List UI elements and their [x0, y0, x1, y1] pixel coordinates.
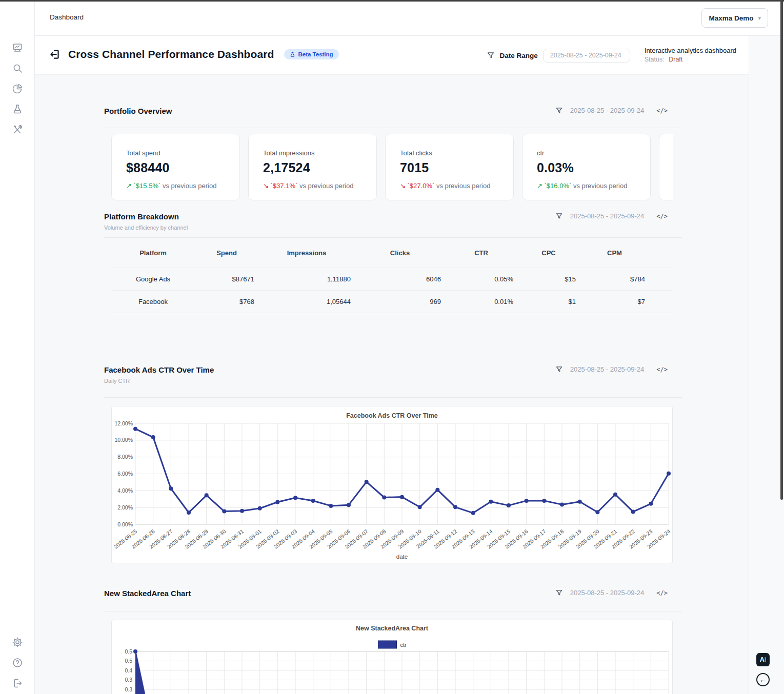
code-icon[interactable]: </> — [656, 213, 668, 220]
filter-funnel-icon[interactable] — [555, 107, 563, 114]
svg-text:New StackedArea Chart: New StackedArea Chart — [356, 625, 429, 632]
kpi-value: $88440 — [126, 160, 228, 175]
svg-text:6.00%: 6.00% — [117, 471, 133, 477]
cell-ctr: 0.05% — [445, 268, 517, 291]
section-title: Portfolio Overview — [104, 107, 172, 115]
dashboard-board-icon[interactable] — [12, 42, 23, 53]
trend-up-arrow-icon: ↗ — [126, 182, 132, 190]
trend-down-arrow-icon: ↘ — [263, 182, 269, 190]
filter-funnel-icon[interactable] — [555, 212, 563, 220]
section-date-range: 2025-08-25 - 2025-09-24 — [570, 107, 645, 114]
cell-cpc: $15 — [517, 268, 580, 291]
kpi-trend-suffix: vs previous period — [434, 182, 490, 190]
flask-icon[interactable] — [12, 104, 23, 115]
ctr-line-chart: Facebook Ads CTR Over Time0.00%2.00%4.00… — [111, 406, 673, 563]
workspace-selector-label: Maxma Demo — [709, 14, 753, 22]
workspace-selector[interactable]: Maxma Demo ▾ — [701, 8, 768, 28]
column-header: CPC — [517, 238, 580, 268]
date-range-input[interactable] — [543, 49, 630, 63]
code-icon[interactable]: </> — [656, 107, 668, 114]
cell-ctr: 0.01% — [445, 291, 517, 313]
kpi-value: 7015 — [400, 160, 502, 175]
dashboard-description: Interactive analytics dashboard — [645, 47, 736, 55]
filter-funnel-icon[interactable] — [487, 51, 495, 59]
kpi-label: Total clicks — [400, 149, 502, 157]
svg-text:Facebook Ads CTR Over Time: Facebook Ads CTR Over Time — [346, 412, 438, 419]
svg-text:8.00%: 8.00% — [117, 454, 133, 460]
section-subtitle: Daily CTR — [104, 378, 214, 384]
table-row-google-ads: Google Ads $87671 1,11880 6046 0.05% $15… — [111, 268, 673, 291]
stacked-area-chart: New StackedArea Chartctr0.50.50.40.30.3 — [111, 620, 673, 694]
cell-clicks: 969 — [355, 291, 445, 313]
ai-assistant-button[interactable]: Ai — [756, 653, 770, 666]
date-range-label: Date Range — [500, 52, 538, 59]
exit-dashboard-icon[interactable] — [49, 48, 61, 60]
svg-text:date: date — [396, 554, 408, 560]
column-header: Impressions — [258, 238, 355, 268]
section-ctr-chart-header: Facebook Ads CTR Over Time Daily CTR 202… — [104, 365, 682, 398]
svg-text:2.00%: 2.00% — [117, 504, 133, 511]
cell-cpm: $7 — [580, 291, 649, 313]
search-icon[interactable] — [12, 63, 23, 74]
dashboard-content: Portfolio Overview 2025-08-25 - 2025-09-… — [35, 75, 749, 694]
chevron-down-icon: ▾ — [758, 15, 761, 22]
section-date-range: 2025-08-25 - 2025-09-24 — [570, 589, 645, 597]
svg-text:0.3: 0.3 — [125, 677, 132, 683]
kpi-trend-suffix: vs previous period — [571, 182, 627, 190]
svg-text:0.4: 0.4 — [125, 667, 132, 673]
filter-funnel-icon[interactable] — [555, 365, 563, 373]
filter-funnel-icon[interactable] — [555, 589, 563, 597]
settings-gear-icon[interactable] — [12, 637, 23, 648]
kpi-card-total-spend: Total spend $88440 ↗ `$15.5%` vs previou… — [111, 134, 240, 200]
breadcrumb[interactable]: Dashboard — [50, 13, 84, 21]
tools-icon[interactable] — [12, 124, 23, 135]
kpi-card-total-clicks: Total clicks 7015 ↘ `$27.0%` vs previous… — [385, 134, 514, 200]
section-portfolio-header: Portfolio Overview 2025-08-25 - 2025-09-… — [104, 107, 682, 128]
help-icon[interactable] — [12, 657, 23, 668]
svg-text:ctr: ctr — [400, 642, 407, 648]
right-rail: Ai ← — [749, 36, 784, 694]
column-header: Clicks — [355, 238, 445, 268]
kpi-trend-suffix: vs previous period — [297, 182, 353, 190]
sidebar — [0, 2, 35, 694]
kpi-card-total-impressions: Total impressions 2,17524 ↘ `$37.1%` vs … — [248, 134, 377, 200]
kpi-cards-row: Total spend $88440 ↗ `$15.5%` vs previou… — [111, 134, 673, 200]
section-platform-header: Platform Breakdown Volume and efficiency… — [104, 212, 682, 238]
code-icon[interactable]: </> — [656, 589, 668, 597]
ai-button-label: A — [760, 656, 765, 663]
kpi-change: `$15.5%` — [134, 182, 161, 190]
logout-icon[interactable] — [12, 678, 23, 689]
section-subtitle: Volume and efficiency by channel — [104, 224, 188, 231]
svg-text:12.00%: 12.00% — [114, 420, 133, 426]
cell-cpc: $1 — [517, 291, 580, 313]
column-header: CTR — [445, 238, 517, 268]
pie-chart-icon[interactable] — [12, 83, 23, 94]
scrollbar-thumb[interactable] — [780, 0, 783, 500]
trend-down-arrow-icon: ↘ — [400, 182, 406, 190]
status-value: Draft — [669, 56, 682, 63]
section-title: Facebook Ads CTR Over Time — [104, 365, 214, 374]
table-header-row: Platform Spend Impressions Clicks CTR CP… — [111, 238, 673, 268]
ai-button-label-accent: i — [765, 656, 766, 663]
arrow-left-icon: ← — [759, 676, 767, 684]
cell-spend: $87671 — [195, 268, 258, 291]
kpi-change: `$16.0%` — [545, 182, 572, 190]
badge-label: Beta Testing — [298, 51, 333, 57]
collapse-back-button[interactable]: ← — [756, 673, 770, 686]
status-badge: Beta Testing — [284, 49, 338, 59]
platform-breakdown-table: Platform Spend Impressions Clicks CTR CP… — [111, 238, 673, 313]
kpi-card-ctr: ctr 0.03% ↗ `$16.0%` vs previous period — [522, 134, 651, 200]
main-area: Cross Channel Performance Dashboard Beta… — [35, 36, 749, 694]
code-icon[interactable]: </> — [656, 366, 668, 373]
svg-text:10.00%: 10.00% — [114, 437, 133, 443]
page-header: Cross Channel Performance Dashboard Beta… — [35, 36, 749, 75]
section-date-range: 2025-08-25 - 2025-09-24 — [570, 212, 645, 220]
cell-impressions: 1,11880 — [258, 268, 355, 291]
kpi-trend-suffix: vs previous period — [160, 182, 216, 190]
cell-platform: Facebook — [111, 291, 195, 313]
section-title: New StackedArea Chart — [104, 589, 191, 598]
cell-platform: Google Ads — [111, 268, 195, 291]
kpi-label: ctr — [537, 149, 639, 157]
app-window: Dashboard Maxma Demo ▾ Cross Channel Per… — [0, 0, 784, 694]
kpi-value: 2,17524 — [263, 160, 365, 175]
